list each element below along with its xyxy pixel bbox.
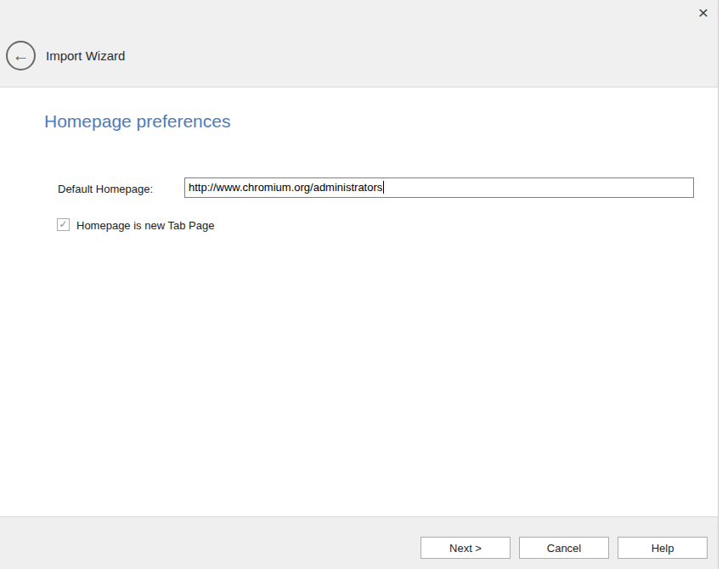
check-icon: ✓ bbox=[59, 219, 67, 229]
help-button[interactable]: Help bbox=[618, 537, 708, 559]
dialog-title: Import Wizard bbox=[46, 48, 125, 63]
dialog-footer: Next > Cancel Help bbox=[0, 516, 718, 569]
import-wizard-dialog: × ← Import Wizard Homepage preferences D… bbox=[0, 0, 719, 569]
back-button[interactable]: ← bbox=[6, 41, 36, 70]
homepage-newtab-checkbox[interactable]: ✓ bbox=[57, 218, 70, 231]
default-homepage-value: http://www.chromium.org/administrators bbox=[189, 181, 382, 194]
back-arrow-icon: ← bbox=[13, 47, 30, 64]
page-title: Homepage preferences bbox=[44, 111, 230, 132]
cancel-button[interactable]: Cancel bbox=[519, 537, 609, 559]
default-homepage-label: Default Homepage: bbox=[58, 183, 153, 195]
next-button[interactable]: Next > bbox=[420, 537, 511, 559]
close-button[interactable]: × bbox=[693, 2, 714, 24]
text-caret bbox=[383, 181, 384, 194]
default-homepage-input[interactable]: http://www.chromium.org/administrators bbox=[184, 177, 694, 198]
footer-button-row: Next > Cancel Help bbox=[420, 537, 708, 559]
homepage-newtab-checkbox-label[interactable]: Homepage is new Tab Page bbox=[76, 219, 214, 232]
close-icon: × bbox=[698, 3, 708, 22]
dialog-header: × ← Import Wizard bbox=[0, 0, 718, 87]
